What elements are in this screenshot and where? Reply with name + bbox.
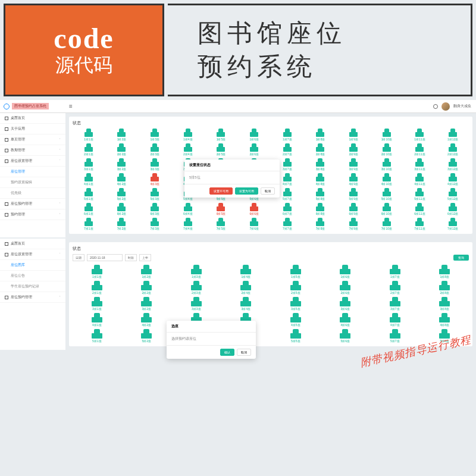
sidebar-item[interactable]: 座位设置管理˅ [0,156,65,167]
avatar[interactable] [441,102,450,111]
seat[interactable]: 2排5座 [271,281,320,295]
seat[interactable]: 1排6座 [238,129,270,141]
seat[interactable]: 3排1座 [73,297,121,311]
seat[interactable]: 4排8座 [421,313,469,327]
seat[interactable]: 5排7座 [371,329,419,343]
seat[interactable]: 4排8座 [305,173,337,186]
seat[interactable]: 6排5座 [205,203,237,215]
seat[interactable]: 6排4座 [172,203,204,215]
seat[interactable]: 7排10座 [371,218,403,230]
date-input[interactable]: 2020-11-18 [87,254,123,261]
seat[interactable]: 1排12座 [437,129,469,141]
seat[interactable]: 1排11座 [404,129,436,141]
seat[interactable]: 4排2座 [106,173,138,186]
seat[interactable]: 7排1座 [73,218,105,230]
sidebar-item[interactable]: 座位预约管理˃ [0,292,65,303]
query-button[interactable]: 查询 [453,255,469,261]
sidebar-item[interactable]: 桌面首页 [0,113,65,124]
seat[interactable]: 1排4座 [172,129,204,141]
seat[interactable]: 1排3座 [139,129,171,141]
seat[interactable]: 3排9座 [337,158,369,171]
seat[interactable]: 6排8座 [305,203,337,215]
seat[interactable]: 1排5座 [205,129,237,141]
seat[interactable]: 2排9座 [337,143,369,156]
time-select[interactable]: 上午 [139,254,151,261]
seat[interactable]: 2排12座 [437,143,469,156]
sidebar-item[interactable]: 座位设置管理˅ [0,249,65,260]
seat[interactable]: 1排4座 [222,265,271,278]
seat[interactable]: 2排11座 [404,143,436,156]
seat[interactable]: 6排10座 [371,203,403,215]
seat[interactable]: 2排1座 [73,281,121,295]
seat[interactable]: 3排11座 [404,158,436,171]
sidebar-item[interactable]: 预约设置编辑 [0,177,65,188]
seat[interactable]: 1排1座 [73,265,121,278]
language-icon[interactable] [433,104,438,109]
hamburger-icon[interactable]: ≡ [69,103,73,109]
seat[interactable]: 4排1座 [73,313,121,327]
sidebar-item[interactable]: 座位预约管理˃ [0,199,65,209]
seat[interactable]: 5排12座 [437,188,469,201]
seat[interactable]: 7排6座 [238,218,270,230]
seat[interactable]: 6排2座 [106,203,138,215]
seat[interactable]: 3排10座 [371,158,403,171]
seat[interactable]: 6排7座 [271,203,303,215]
seat[interactable]: 2排6座 [321,281,370,295]
seat[interactable]: 1排7座 [271,129,303,141]
sidebar-item[interactable]: 单页管理˃ [0,134,65,145]
seat[interactable]: 7排5座 [205,218,237,230]
seat[interactable]: 6排1座 [73,203,105,215]
seat[interactable]: 1排9座 [337,129,369,141]
seat[interactable]: 1排10座 [371,129,403,141]
sidebar-item[interactable]: 座位管理 [0,167,65,177]
seat[interactable]: 1排2座 [123,265,171,278]
seat[interactable]: 4排9座 [337,173,369,186]
seat[interactable]: 5排2座 [123,329,171,343]
seat[interactable]: 3排12座 [437,158,469,171]
seat[interactable]: 2排2座 [123,281,171,295]
seat[interactable]: 6排9座 [337,203,369,215]
seat[interactable]: 7排8座 [305,218,337,230]
seat[interactable]: 1排1座 [73,129,105,141]
seat[interactable]: 5排9座 [337,188,369,201]
seat[interactable]: 5排1座 [73,188,105,201]
seat[interactable]: 3排8座 [421,297,469,311]
sidebar-item[interactable]: 座位图库 [0,260,65,271]
seat[interactable]: 3排8座 [305,158,337,171]
seat[interactable]: 1排3座 [172,265,221,278]
seat[interactable]: 5排6座 [321,329,370,343]
seat[interactable]: 3排3座 [172,297,221,311]
seat[interactable]: 7排7座 [271,218,303,230]
seat[interactable]: 1排8座 [305,129,337,141]
seat[interactable]: 5排10座 [371,188,403,201]
seat[interactable]: 2排2座 [106,143,138,156]
sidebar-item[interactable]: 桌面首页 [0,239,65,249]
seat[interactable]: 3排1座 [73,158,105,171]
seat[interactable]: 2排1座 [73,143,105,156]
seat[interactable]: 7排11座 [404,218,436,230]
seat[interactable]: 4排12座 [437,173,469,186]
set-available-button[interactable]: 设置为可用 [235,187,258,195]
seat[interactable]: 3排2座 [123,297,171,311]
seat[interactable]: 4排1座 [73,173,105,186]
cancel-button[interactable]: 取消 [261,187,275,195]
confirm-button[interactable]: 确认 [220,349,234,356]
sidebar-item[interactable]: 优先级 [0,188,65,199]
seat[interactable]: 6排3座 [139,203,171,215]
seat[interactable]: 2排3座 [172,281,221,295]
seat[interactable]: 5排8座 [305,188,337,201]
seat[interactable]: 4排3座 [139,173,171,186]
seat[interactable]: 2排3座 [139,143,171,156]
seat[interactable]: 6排6座 [238,203,270,215]
sidebar-item[interactable]: 预约管理˃ [0,209,65,220]
seat[interactable]: 1排5座 [271,265,320,278]
seat[interactable]: 5排3座 [139,188,171,201]
seat[interactable]: 1排8座 [421,265,469,278]
seat[interactable]: 7排9座 [337,218,369,230]
cancel-button[interactable]: 取消 [237,349,251,356]
seat[interactable]: 5排11座 [404,188,436,201]
sidebar-item[interactable]: 关于应用 [0,124,65,134]
app-logo[interactable]: 图书馆预约占座系统 [0,103,65,109]
username[interactable]: 翻身大咸鱼 [453,104,471,109]
seat[interactable]: 5排5座 [271,329,320,343]
